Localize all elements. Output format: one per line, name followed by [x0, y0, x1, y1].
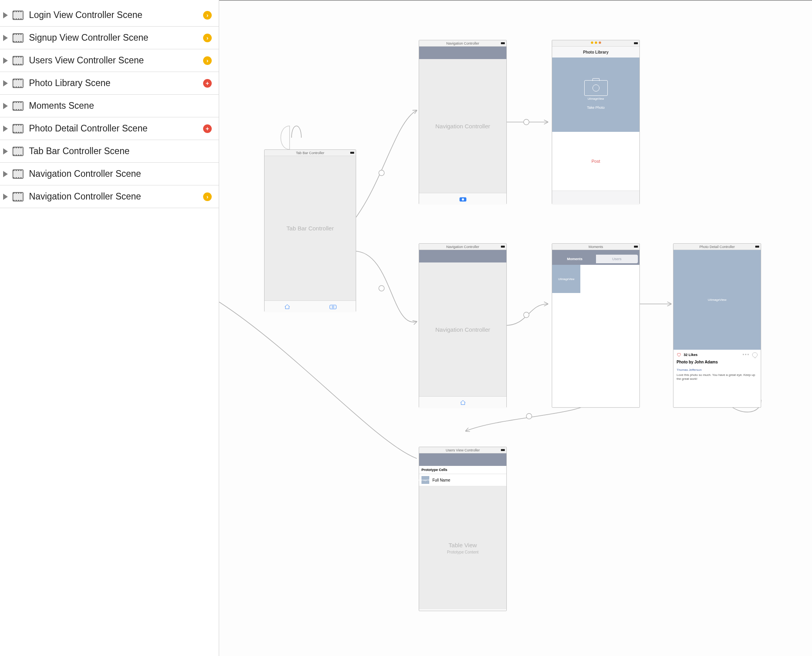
warning-status-icon[interactable]: ›	[203, 34, 212, 42]
outline-label: Moments Scene	[29, 101, 212, 111]
svg-point-0	[379, 170, 384, 176]
outline-row[interactable]: Photo Library Scene +	[0, 72, 219, 95]
prototype-cell[interactable]: UIImageView Full Name	[419, 474, 506, 486]
navigation-bar	[419, 250, 506, 262]
scene-titlebar: Navigation Controller	[419, 244, 506, 250]
storyboard-scene-icon	[13, 192, 23, 201]
segment-users[interactable]: Users	[596, 255, 638, 263]
post-button[interactable]: Post	[591, 159, 600, 164]
tableview-placeholder: Table View	[448, 542, 477, 548]
cell-avatar-placeholder: UIImageView	[421, 476, 429, 484]
warning-status-icon[interactable]: ›	[203, 192, 212, 201]
tab-bar	[419, 193, 506, 205]
disclosure-triangle-icon[interactable]	[3, 148, 8, 155]
scene-titlebar: Navigation Controller	[419, 40, 506, 47]
placeholder-text: Navigation Controller	[435, 123, 490, 129]
disclosure-triangle-icon[interactable]	[3, 171, 8, 177]
outline-row[interactable]: Tab Bar Controller Scene	[0, 140, 219, 163]
disclosure-triangle-icon[interactable]	[3, 126, 8, 132]
collection-cell-thumbnail[interactable]: UIImageView	[552, 265, 580, 293]
warning-status-icon[interactable]: ›	[203, 11, 212, 20]
outline-label: Navigation Controller Scene	[29, 191, 203, 202]
outline-label: Users View Controller Scene	[29, 55, 203, 66]
disclosure-triangle-icon[interactable]	[3, 12, 8, 18]
navigation-bar: Photo Library	[552, 47, 639, 58]
outline-label: Photo Detail Controller Scene	[29, 123, 203, 134]
scene-titlebar	[552, 40, 639, 47]
outline-row[interactable]: Login View Controller Scene ›	[0, 4, 219, 27]
outline-row[interactable]: Navigation Controller Scene ›	[0, 185, 219, 208]
tab-bar	[265, 300, 356, 312]
scene-tabbar-controller[interactable]: Tab Bar Controller Tab Bar Controller	[264, 149, 356, 312]
camera-tab-icon[interactable]	[329, 304, 337, 309]
home-tab-icon[interactable]	[284, 304, 291, 309]
image-view-placeholder[interactable]: UIImageView Take Photo	[552, 58, 639, 132]
svg-point-4	[526, 413, 532, 419]
storyboard-scene-icon	[13, 101, 23, 111]
navigation-bar	[419, 453, 506, 466]
svg-point-1	[379, 286, 384, 291]
svg-point-6	[332, 306, 334, 308]
scene-navigation-controller[interactable]: Navigation Controller Navigation Control…	[419, 40, 507, 204]
comment-text: Love this photo so much. You have a grea…	[673, 372, 761, 385]
storyboard-scene-icon	[13, 147, 23, 156]
traffic-light-icons	[591, 41, 601, 44]
storyboard-canvas[interactable]: Tab Bar Controller Tab Bar Controller Na…	[219, 0, 812, 656]
disclosure-triangle-icon[interactable]	[3, 58, 8, 64]
segment-moments[interactable]: Moments	[554, 255, 596, 263]
camera-tab-icon[interactable]	[459, 196, 466, 202]
comment-icon[interactable]	[752, 352, 758, 357]
error-status-icon[interactable]: +	[203, 124, 212, 133]
scene-photo-library[interactable]: Photo Library UIImageView Take Photo Pos…	[552, 40, 640, 204]
scene-titlebar: Users View Controller	[419, 447, 506, 453]
scene-navigation-controller[interactable]: Navigation Controller Navigation Control…	[419, 243, 507, 408]
storyboard-scene-icon	[13, 169, 23, 179]
storyboard-scene-icon	[13, 33, 23, 43]
disclosure-triangle-icon[interactable]	[3, 35, 8, 41]
toolbar	[552, 191, 639, 204]
navigation-bar	[419, 47, 506, 59]
image-view-placeholder: UIImageView	[673, 250, 761, 350]
storyboard-scene-icon	[13, 11, 23, 20]
segmented-control[interactable]: Moments Users	[554, 255, 638, 263]
navigation-bar: Moments Users	[552, 250, 639, 265]
svg-point-2	[524, 119, 529, 125]
placeholder-text: Navigation Controller	[435, 326, 490, 333]
scene-titlebar: Photo Detail Controller	[673, 244, 761, 250]
outline-row[interactable]: Photo Detail Controller Scene +	[0, 117, 219, 140]
prototype-cells-header: Prototype Cells	[419, 466, 506, 474]
tableview-subtitle: Prototype Content	[447, 550, 479, 554]
error-status-icon[interactable]: +	[203, 79, 212, 88]
disclosure-triangle-icon[interactable]	[3, 80, 8, 86]
disclosure-triangle-icon[interactable]	[3, 194, 8, 200]
outline-label: Navigation Controller Scene	[29, 169, 212, 179]
more-icon[interactable]: •••	[742, 352, 750, 358]
outline-row[interactable]: Moments Scene	[0, 95, 219, 117]
outline-label: Login View Controller Scene	[29, 10, 203, 20]
camera-outline-icon	[584, 80, 608, 96]
cell-label: Full Name	[432, 478, 450, 482]
storyboard-scene-icon	[13, 79, 23, 88]
outline-row[interactable]: Signup View Controller Scene ›	[0, 27, 219, 49]
scene-users-view-controller[interactable]: Users View Controller Prototype Cells UI…	[419, 447, 507, 611]
outline-label: Signup View Controller Scene	[29, 32, 203, 43]
home-tab-icon[interactable]	[459, 400, 466, 405]
outline-label: Tab Bar Controller Scene	[29, 146, 212, 156]
outline-row[interactable]: Users View Controller Scene ›	[0, 49, 219, 72]
disclosure-triangle-icon[interactable]	[3, 103, 8, 109]
commenter-link[interactable]: Thomas Jefferson	[673, 367, 761, 372]
scene-titlebar: Tab Bar Controller	[265, 150, 356, 156]
heart-icon[interactable]	[677, 352, 681, 357]
placeholder-text: Tab Bar Controller	[286, 225, 334, 232]
take-photo-button[interactable]: Take Photo	[587, 106, 605, 110]
scene-moments[interactable]: Moments Moments Users UIImageView	[552, 243, 640, 408]
storyboard-scene-icon	[13, 56, 23, 65]
outline-label: Photo Library Scene	[29, 78, 203, 88]
document-outline: Login View Controller Scene › Signup Vie…	[0, 0, 219, 656]
tab-bar	[419, 396, 506, 408]
outline-row[interactable]: Navigation Controller Scene	[0, 163, 219, 185]
scene-titlebar: Moments	[552, 244, 639, 250]
warning-status-icon[interactable]: ›	[203, 56, 212, 65]
scene-photo-detail[interactable]: Photo Detail Controller UIImageView 32 L…	[673, 243, 761, 408]
svg-point-3	[524, 312, 529, 318]
